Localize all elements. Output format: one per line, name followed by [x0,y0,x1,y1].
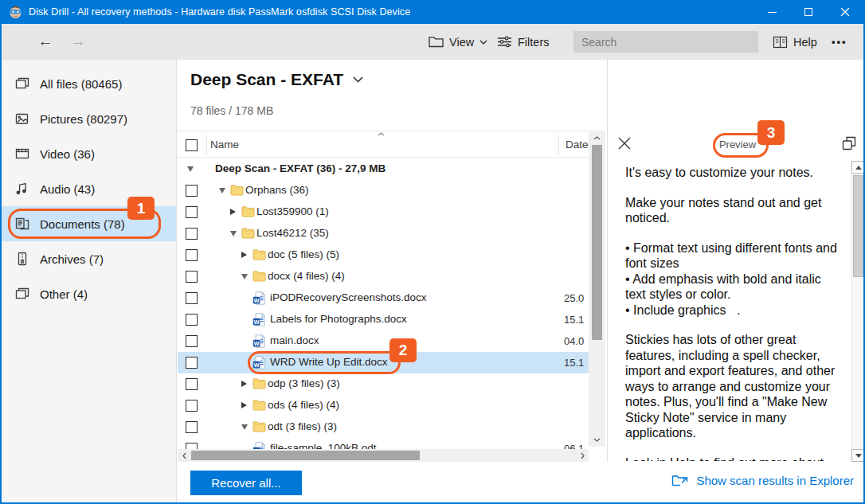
collapsed-triangle-icon[interactable] [230,209,238,217]
help-button[interactable]: Help [773,31,817,53]
expanded-triangle-icon[interactable] [241,273,249,281]
recover-all-button[interactable]: Recover all... [190,471,302,495]
tree-row[interactable]: doc (5 files) (5) [178,244,589,266]
tree-row[interactable]: WLabels for Photographs.docx15.1 [178,309,589,330]
column-divider[interactable] [558,135,559,155]
filters-button[interactable]: Filters [497,31,549,53]
folder-icon [252,248,266,262]
minimize-icon [768,12,777,13]
table-vertical-scrollbar[interactable] [589,131,605,447]
column-header-name[interactable]: Name [210,139,239,150]
close-button[interactable] [827,0,863,24]
maximize-button[interactable] [790,0,827,24]
tree-row[interactable]: odp (3 files) (3) [178,373,589,395]
documents-icon [15,217,29,231]
preview-scrollbar[interactable] [851,161,865,462]
tree-row-date: 25.0 [564,292,584,304]
filters-icon [497,36,512,48]
folder-icon [252,399,266,412]
preview-scroll-up-button[interactable] [851,161,865,174]
collapsed-triangle-icon[interactable] [241,252,249,260]
sidebar-item-label: Pictures (80297) [40,112,127,126]
tree-row-label: Labels for Photographs.docx [270,313,407,325]
search-input[interactable] [573,31,758,53]
folder-icon [241,227,255,240]
back-button[interactable]: ← [35,32,56,51]
svg-text:W: W [254,361,260,369]
word-document-icon: W [252,291,266,305]
view-button[interactable]: View [429,31,487,53]
row-checkbox[interactable] [186,421,198,433]
table-horizontal-scrollbar[interactable] [178,449,589,462]
tree-row[interactable]: docx (4 files) (4) [178,266,589,287]
tree-row[interactable]: Lost46212 (35) [178,223,589,244]
sidebar-item-video[interactable]: Video (36) [2,136,176,171]
tree-row[interactable]: Deep Scan - EXFAT (36) - 27,9 MB [178,158,589,180]
more-options-button[interactable]: ••• [832,31,847,53]
minimize-button[interactable] [753,0,790,24]
expanded-triangle-icon[interactable] [219,187,227,195]
row-checkbox[interactable] [186,228,198,240]
tree-row-label: odt (3 files) (3) [268,420,337,432]
row-checkbox[interactable] [186,271,198,283]
tree-row[interactable]: WWRD Write Up Edit.docx15.12 [178,352,589,373]
vertical-scroll-thumb[interactable] [592,145,602,340]
row-checkbox[interactable] [186,357,198,369]
tree-row[interactable]: odt (3 files) (3) [178,416,589,438]
tree-row-label: Orphans (36) [245,184,309,196]
row-checkbox[interactable] [186,378,198,390]
row-checkbox[interactable] [186,249,198,261]
svg-text:W: W [254,340,260,347]
view-label: View [449,36,474,49]
collapsed-triangle-icon[interactable] [241,402,249,410]
row-checkbox[interactable] [186,335,198,347]
scroll-right-icon[interactable] [577,449,587,462]
row-checkbox[interactable] [186,292,198,304]
preview-scroll-thumb[interactable] [853,175,863,277]
collapsed-triangle-icon[interactable] [241,381,249,389]
column-divider [206,135,207,155]
column-header-date[interactable]: Date [566,139,589,150]
table-header: Name Date [177,131,605,158]
preview-panel: Preview 3 It's easy to customize your no… [607,60,865,462]
sidebar-item-audio[interactable]: Audio (43) [2,171,176,206]
row-checkbox[interactable] [186,185,198,197]
select-all-checkbox[interactable] [186,139,198,151]
window-title: Disk Drill - All recovery methods - Hard… [29,6,410,18]
scroll-left-icon[interactable] [179,449,189,462]
sidebar-item-other[interactable]: Other (4) [2,276,176,311]
sidebar-item-label: Other (4) [40,287,88,301]
show-in-explorer-label: Show scan results in Explorer [696,474,854,487]
row-checkbox[interactable] [186,206,198,218]
horizontal-scroll-thumb[interactable] [191,451,420,460]
tree-row[interactable]: ods (4 files) (4) [178,395,589,416]
expanded-triangle-icon[interactable] [230,230,238,238]
other-icon [15,287,29,301]
expanded-triangle-icon[interactable] [241,424,249,432]
close-icon [840,7,850,17]
tree-row[interactable]: Orphans (36) [178,180,589,201]
sidebar-item-documents[interactable]: Documents (78)1 [2,206,176,241]
sidebar-item-all-files[interactable]: All files (80465) [2,66,176,101]
preview-popout-icon[interactable] [842,136,856,150]
help-label: Help [793,36,817,49]
sidebar-item-label: Video (36) [40,147,95,161]
sidebar-item-archives[interactable]: Archives (7) [2,241,176,276]
scroll-up-icon[interactable] [589,132,605,143]
scan-session-selector[interactable]: Deep Scan - EXFAT [190,70,363,89]
tree-row-label: Lost359900 (1) [256,205,329,217]
expanded-triangle-icon[interactable] [187,166,195,174]
tree-row[interactable]: Lost359900 (1) [178,201,589,223]
row-checkbox[interactable] [186,400,198,412]
tree-row-date: 15.1 [564,357,584,369]
folder-icon [252,270,266,283]
preview-scroll-down-button[interactable] [851,449,865,462]
tree-row[interactable]: WiPODRecoveryScreenshots.docx25.0 [178,287,589,309]
row-checkbox[interactable] [186,314,198,326]
forward-button[interactable]: → [68,32,88,51]
show-in-explorer-link[interactable]: Show scan results in Explorer [671,474,854,487]
scroll-down-icon[interactable] [589,434,605,445]
sidebar-item-pictures[interactable]: Pictures (80297) [2,101,176,136]
tree-row[interactable]: Wmain.docx04.0 [178,330,589,352]
word-document-icon: W [252,356,266,369]
